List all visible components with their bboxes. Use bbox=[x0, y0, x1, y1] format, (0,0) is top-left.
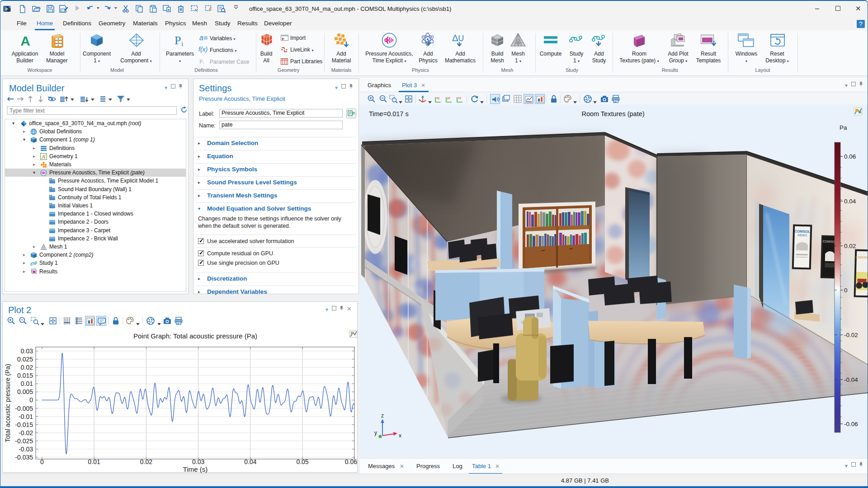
svg-text:-0.035: -0.035 bbox=[15, 454, 33, 461]
svg-text:0.03: 0.03 bbox=[21, 347, 33, 355]
svg-text:?: ? bbox=[859, 20, 863, 28]
svg-text:COMSOL: COMSOL bbox=[856, 256, 868, 259]
svg-text:0: 0 bbox=[40, 458, 44, 465]
svg-text:0.04: 0.04 bbox=[244, 458, 256, 465]
svg-text:-0.025: -0.025 bbox=[15, 437, 33, 445]
svg-text:-0.02: -0.02 bbox=[19, 429, 33, 436]
svg-text:0.06: 0.06 bbox=[844, 153, 856, 160]
svg-text:0.02: 0.02 bbox=[140, 458, 152, 465]
svg-text:Time (s): Time (s) bbox=[183, 465, 208, 473]
svg-text:Total acoustic pressure (Pa): Total acoustic pressure (Pa) bbox=[4, 364, 11, 442]
svg-text:y: y bbox=[374, 430, 377, 436]
svg-text:x: x bbox=[399, 432, 401, 439]
svg-text:xy: xy bbox=[436, 96, 440, 100]
svg-text:A: A bbox=[20, 34, 30, 47]
svg-text:a: a bbox=[199, 34, 203, 42]
svg-text:NEWS: NEWS bbox=[797, 234, 807, 237]
svg-text:i: i bbox=[181, 40, 183, 47]
svg-text:Time=0.017 s: Time=0.017 s bbox=[369, 110, 409, 117]
svg-text:0: 0 bbox=[844, 287, 848, 294]
svg-text:D: D bbox=[50, 186, 52, 189]
svg-text:0.025: 0.025 bbox=[17, 356, 33, 363]
svg-text:ΔU: ΔU bbox=[452, 33, 464, 43]
svg-text:-0.005: -0.005 bbox=[15, 405, 33, 412]
svg-text:0.04: 0.04 bbox=[844, 198, 856, 205]
svg-text:0.03: 0.03 bbox=[192, 458, 204, 465]
svg-text:0.02: 0.02 bbox=[844, 243, 856, 249]
svg-text:z: z bbox=[381, 413, 384, 419]
svg-text:P: P bbox=[175, 34, 181, 47]
svg-text:Pᵢ: Pᵢ bbox=[199, 58, 204, 65]
svg-text:0.06: 0.06 bbox=[345, 458, 357, 465]
svg-text:D: D bbox=[50, 194, 52, 197]
svg-text:Point Graph: Total acoustic pr: Point Graph: Total acoustic pressure (Pa… bbox=[133, 332, 257, 340]
svg-text:-0.04: -0.04 bbox=[844, 376, 858, 383]
svg-text:yz: yz bbox=[447, 96, 451, 100]
svg-text:Room Textures (pate): Room Textures (pate) bbox=[581, 110, 644, 117]
svg-text:0: 0 bbox=[29, 396, 33, 404]
svg-text:-0.01: -0.01 bbox=[19, 413, 33, 420]
svg-text:COMSOL: COMSOL bbox=[794, 230, 810, 234]
svg-text:0.01: 0.01 bbox=[21, 380, 33, 387]
svg-text:-0.015: -0.015 bbox=[15, 421, 33, 428]
svg-text:0.005: 0.005 bbox=[17, 388, 33, 395]
svg-text:-0.03: -0.03 bbox=[19, 446, 33, 453]
svg-text:0.01: 0.01 bbox=[88, 458, 100, 465]
svg-text:-0.06: -0.06 bbox=[844, 421, 858, 427]
svg-text:0.015: 0.015 bbox=[17, 372, 33, 379]
svg-text:Pa: Pa bbox=[840, 124, 847, 131]
svg-text:D: D bbox=[50, 202, 52, 206]
svg-text:-0.02: -0.02 bbox=[844, 332, 858, 338]
svg-text:xz: xz bbox=[458, 96, 462, 99]
svg-text:0.05: 0.05 bbox=[296, 458, 308, 465]
svg-text:f(x): f(x) bbox=[198, 46, 208, 53]
svg-text:0.02: 0.02 bbox=[21, 364, 33, 371]
svg-text:D: D bbox=[50, 178, 52, 181]
